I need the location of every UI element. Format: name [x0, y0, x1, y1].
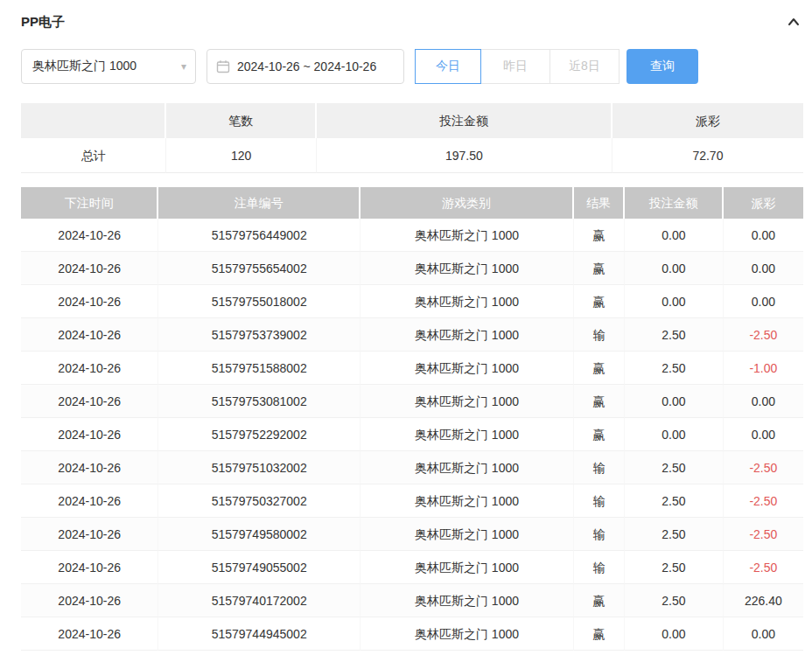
table-cell: 2.50	[625, 484, 724, 518]
table-cell: -2.50	[724, 318, 803, 352]
summary-total-payout: 72.70	[612, 138, 803, 173]
summary-total-count: 120	[166, 138, 317, 173]
table-row: 2024-10-2651579751588002奥林匹斯之门 1000赢2.50…	[21, 352, 803, 385]
table-cell: 奥林匹斯之门 1000	[360, 484, 574, 518]
table-row: 2024-10-2651579749055002奥林匹斯之门 1000输2.50…	[21, 551, 803, 584]
table-cell: -1.00	[724, 352, 803, 385]
table-cell: 赢	[574, 418, 625, 451]
collapse-panel-button[interactable]	[784, 12, 803, 31]
summary-total-row: 总计 120 197.50 72.70	[21, 138, 803, 173]
table-cell: 2024-10-26	[21, 219, 158, 252]
table-cell: 奥林匹斯之门 1000	[360, 285, 574, 318]
table-cell: 51579752292002	[158, 418, 360, 451]
table-cell: 2024-10-26	[21, 451, 158, 484]
table-cell: 0.00	[724, 219, 803, 252]
table-cell: 输	[574, 484, 625, 518]
table-cell: 0.00	[625, 219, 724, 252]
calendar-icon	[216, 59, 230, 73]
date-range-input[interactable]: 2024-10-26 ~ 2024-10-26	[206, 49, 404, 84]
last-8-days-button[interactable]: 近8日	[550, 49, 620, 84]
column-header: 注单编号	[158, 187, 360, 219]
table-cell: 0.00	[724, 385, 803, 418]
summary-header-payout: 派彩	[612, 103, 803, 138]
table-cell: 2024-10-26	[21, 584, 158, 617]
table-row: 2024-10-2651579756449002奥林匹斯之门 1000赢0.00…	[21, 219, 803, 252]
table-row: 2024-10-2651579755654002奥林匹斯之门 1000赢0.00…	[21, 252, 803, 285]
table-cell: 奥林匹斯之门 1000	[360, 318, 574, 352]
panel-header: PP电子	[21, 12, 803, 31]
table-cell: 奥林匹斯之门 1000	[360, 551, 574, 584]
table-row: 2024-10-2651579744945002奥林匹斯之门 1000赢0.00…	[21, 617, 803, 651]
summary-total-bet-amount: 197.50	[317, 138, 612, 173]
pp-electronics-panel: PP电子 奥林匹斯之门 1000 ▾ 2024-10-26 ~ 2024-10-…	[0, 0, 812, 651]
table-cell: 输	[574, 551, 625, 584]
today-button[interactable]: 今日	[415, 49, 481, 84]
table-cell: -2.50	[724, 484, 803, 518]
table-cell: 赢	[574, 617, 625, 651]
table-cell: 2.50	[625, 584, 724, 617]
records-header-row: 下注时间注单编号游戏类别结果投注金额派彩	[21, 187, 803, 219]
table-cell: 51579749580002	[158, 518, 360, 551]
column-header: 下注时间	[21, 187, 158, 219]
column-header: 游戏类别	[360, 187, 574, 219]
table-row: 2024-10-2651579750327002奥林匹斯之门 1000输2.50…	[21, 484, 803, 518]
table-row: 2024-10-2651579753081002奥林匹斯之门 1000赢0.00…	[21, 385, 803, 418]
column-header: 结果	[574, 187, 625, 219]
summary-header-empty	[21, 103, 166, 138]
records-body: 2024-10-2651579756449002奥林匹斯之门 1000赢0.00…	[21, 219, 803, 651]
table-row: 2024-10-2651579755018002奥林匹斯之门 1000赢0.00…	[21, 285, 803, 318]
table-cell: 输	[574, 318, 625, 352]
table-cell: 2024-10-26	[21, 385, 158, 418]
table-cell: 51579750327002	[158, 484, 360, 518]
table-cell: 2024-10-26	[21, 484, 158, 518]
table-cell: 226.40	[724, 584, 803, 617]
table-cell: 奥林匹斯之门 1000	[360, 518, 574, 551]
table-cell: 奥林匹斯之门 1000	[360, 451, 574, 484]
table-cell: 2.50	[625, 518, 724, 551]
table-cell: 输	[574, 451, 625, 484]
table-cell: 2.50	[625, 352, 724, 385]
game-select[interactable]: 奥林匹斯之门 1000 ▾	[21, 49, 196, 84]
table-cell: 0.00	[724, 617, 803, 651]
table-cell: 51579755654002	[158, 252, 360, 285]
yesterday-button[interactable]: 昨日	[480, 49, 550, 84]
table-cell: 2024-10-26	[21, 551, 158, 584]
summary-table: 笔数 投注金额 派彩 总计 120 197.50 72.70	[21, 103, 803, 173]
game-select-value: 奥林匹斯之门 1000	[32, 59, 136, 74]
table-row: 2024-10-2651579749580002奥林匹斯之门 1000输2.50…	[21, 518, 803, 551]
query-button[interactable]: 查询	[626, 49, 698, 84]
table-cell: 赢	[574, 219, 625, 252]
table-cell: 0.00	[625, 385, 724, 418]
table-cell: 51579753081002	[158, 385, 360, 418]
table-cell: 51579755018002	[158, 285, 360, 318]
summary-total-label: 总计	[21, 138, 166, 173]
table-cell: 2024-10-26	[21, 252, 158, 285]
table-cell: 赢	[574, 584, 625, 617]
table-cell: 2024-10-26	[21, 352, 158, 385]
table-cell: 0.00	[625, 617, 724, 651]
table-cell: 2024-10-26	[21, 318, 158, 352]
column-header: 派彩	[724, 187, 803, 219]
table-cell: 奥林匹斯之门 1000	[360, 418, 574, 451]
table-cell: 赢	[574, 352, 625, 385]
table-cell: 0.00	[724, 285, 803, 318]
column-header: 投注金额	[625, 187, 724, 219]
table-cell: 51579749055002	[158, 551, 360, 584]
table-cell: 0.00	[625, 252, 724, 285]
table-row: 2024-10-2651579751032002奥林匹斯之门 1000输2.50…	[21, 451, 803, 484]
table-cell: 2024-10-26	[21, 285, 158, 318]
table-cell: 0.00	[724, 252, 803, 285]
table-cell: 51579751588002	[158, 352, 360, 385]
table-cell: 51579756449002	[158, 219, 360, 252]
table-cell: 赢	[574, 252, 625, 285]
table-cell: 赢	[574, 385, 625, 418]
table-cell: 奥林匹斯之门 1000	[360, 352, 574, 385]
table-row: 2024-10-2651579752292002奥林匹斯之门 1000赢0.00…	[21, 418, 803, 451]
table-cell: 2024-10-26	[21, 518, 158, 551]
table-cell: 2024-10-26	[21, 617, 158, 651]
table-cell: -2.50	[724, 551, 803, 584]
records-table: 下注时间注单编号游戏类别结果投注金额派彩 2024-10-26515797564…	[21, 187, 803, 651]
summary-header-count: 笔数	[166, 103, 317, 138]
date-range-value: 2024-10-26 ~ 2024-10-26	[237, 59, 376, 73]
table-cell: 0.00	[625, 285, 724, 318]
